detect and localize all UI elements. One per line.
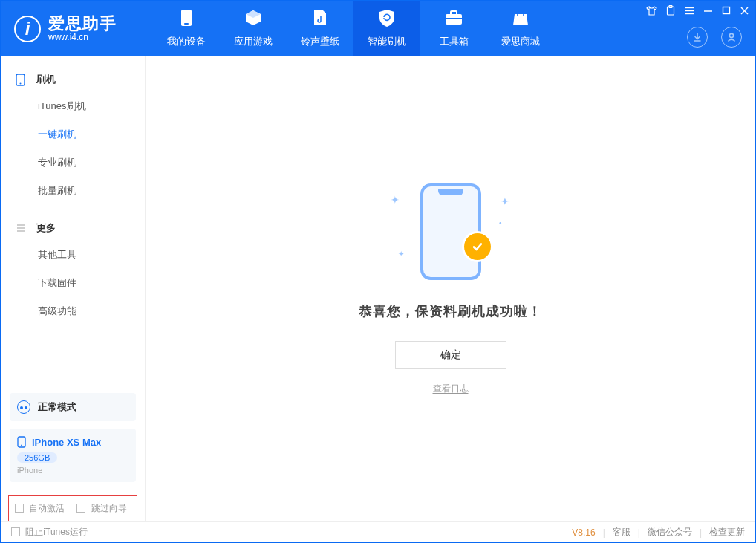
tab-label: 应用游戏 xyxy=(234,35,273,48)
tab-toolbox[interactable]: 工具箱 xyxy=(420,1,487,56)
maximize-icon[interactable] xyxy=(722,6,731,15)
bag-icon xyxy=(512,10,529,30)
tab-label: 爱思商城 xyxy=(501,35,540,48)
sidebar-group-flash: 刷机 iTunes刷机 一键刷机 专业刷机 批量刷机 xyxy=(1,56,145,205)
main-tabs: 我的设备 应用游戏 铃声壁纸 智能刷机 xyxy=(153,1,554,56)
checkbox-icon xyxy=(76,504,85,513)
sidebar-group-flash-title: 刷机 xyxy=(1,68,145,92)
sparkle-icon: ✦ xyxy=(501,195,509,207)
app-url: www.i4.cn xyxy=(48,33,117,42)
check-update-link[interactable]: 检查更新 xyxy=(709,526,745,539)
shield-refresh-icon xyxy=(378,10,396,30)
sidebar-group-more-title: 更多 xyxy=(1,217,145,241)
menu-icon[interactable] xyxy=(684,7,694,15)
sidebar-item-batch-flash[interactable]: 批量刷机 xyxy=(1,177,145,205)
tab-ringtones-wallpapers[interactable]: 铃声壁纸 xyxy=(287,1,353,56)
footer: 阻止iTunes运行 V8.16 | 客服 | 微信公众号 | 检查更新 xyxy=(1,521,755,542)
tab-apps-games[interactable]: 应用游戏 xyxy=(220,1,287,56)
device-storage-badge: 256GB xyxy=(17,452,57,463)
svg-point-16 xyxy=(20,82,22,84)
checkbox-icon xyxy=(11,527,20,536)
sidebar-group-more: 更多 其他工具 下载固件 高级功能 xyxy=(1,205,145,325)
support-link[interactable]: 客服 xyxy=(613,526,630,539)
logo-icon: i xyxy=(14,16,41,42)
header-right-icons xyxy=(687,27,742,48)
sparkle-icon: ✦ xyxy=(398,250,404,258)
sidebar-item-itunes-flash[interactable]: iTunes刷机 xyxy=(1,92,145,120)
tab-my-device[interactable]: 我的设备 xyxy=(153,1,220,56)
tshirt-icon[interactable] xyxy=(646,6,657,16)
svg-rect-11 xyxy=(723,7,730,14)
phone-icon xyxy=(180,10,192,30)
version-label: V8.16 xyxy=(572,527,595,538)
list-icon xyxy=(16,224,29,233)
wechat-link[interactable]: 微信公众号 xyxy=(648,526,692,539)
success-message: 恭喜您，保资料刷机成功啦！ xyxy=(359,302,542,320)
app-name: 爱思助手 xyxy=(48,15,117,33)
checkbox-skip-guide[interactable]: 跳过向导 xyxy=(76,502,126,515)
app-window: i 爱思助手 www.i4.cn 我的设备 应用游戏 xyxy=(0,0,756,543)
device-cards: 正常模式 iPhone XS Max 256GB iPhone xyxy=(1,386,145,490)
device-mode-label: 正常模式 xyxy=(38,400,76,414)
minimize-icon[interactable] xyxy=(703,6,713,16)
checkbox-block-itunes[interactable]: 阻止iTunes运行 xyxy=(11,526,88,539)
success-illustration: ✦ ✦ ✦ • xyxy=(380,183,521,280)
tab-label: 铃声壁纸 xyxy=(301,35,339,48)
window-controls xyxy=(646,5,749,16)
sidebar-item-oneclick-flash[interactable]: 一键刷机 xyxy=(1,120,145,149)
toolbox-icon xyxy=(444,10,463,30)
download-icon[interactable] xyxy=(687,27,708,48)
sidebar-item-other-tools[interactable]: 其他工具 xyxy=(1,241,145,269)
svg-rect-3 xyxy=(451,11,457,15)
phone-outline-icon xyxy=(16,74,29,86)
close-icon[interactable] xyxy=(740,6,749,16)
user-icon[interactable] xyxy=(721,27,742,48)
device-name-label: iPhone XS Max xyxy=(32,437,101,448)
checkbox-icon xyxy=(15,504,24,513)
device-mode-card[interactable]: 正常模式 xyxy=(10,393,136,421)
mode-icon xyxy=(17,400,30,414)
tab-label: 我的设备 xyxy=(167,35,206,48)
sparkle-icon: • xyxy=(499,219,502,227)
phone-small-icon xyxy=(17,436,26,448)
cube-icon xyxy=(244,10,262,30)
music-file-icon xyxy=(313,10,328,30)
ok-button[interactable]: 确定 xyxy=(395,341,506,369)
sparkle-icon: ✦ xyxy=(391,194,400,206)
tab-label: 工具箱 xyxy=(440,35,469,48)
view-log-link[interactable]: 查看日志 xyxy=(433,383,469,395)
flash-options-highlight: 自动激活 跳过向导 xyxy=(8,495,137,521)
svg-rect-1 xyxy=(184,23,189,25)
body: 刷机 iTunes刷机 一键刷机 专业刷机 批量刷机 更多 其他工具 下载固件 … xyxy=(1,56,755,521)
check-badge-icon xyxy=(462,231,493,262)
checkbox-auto-activate[interactable]: 自动激活 xyxy=(15,502,65,515)
sidebar-item-pro-flash[interactable]: 专业刷机 xyxy=(1,149,145,177)
device-type-label: iPhone xyxy=(17,466,128,475)
sidebar-item-advanced[interactable]: 高级功能 xyxy=(1,297,145,325)
clipboard-icon[interactable] xyxy=(666,5,675,16)
logo[interactable]: i 爱思助手 www.i4.cn xyxy=(1,15,153,42)
svg-point-14 xyxy=(729,33,733,37)
svg-point-21 xyxy=(21,445,22,446)
content-area: ✦ ✦ ✦ • 恭喜您，保资料刷机成功啦！ 确定 查看日志 xyxy=(146,56,755,521)
sidebar: 刷机 iTunes刷机 一键刷机 专业刷机 批量刷机 更多 其他工具 下载固件 … xyxy=(1,56,146,521)
device-info-card[interactable]: iPhone XS Max 256GB iPhone xyxy=(10,429,136,482)
svg-rect-4 xyxy=(446,18,462,19)
tab-smart-flash[interactable]: 智能刷机 xyxy=(353,1,420,56)
tab-label: 智能刷机 xyxy=(368,35,406,48)
tab-store[interactable]: 爱思商城 xyxy=(487,1,554,56)
sidebar-item-firmware[interactable]: 下载固件 xyxy=(1,269,145,297)
header: i 爱思助手 www.i4.cn 我的设备 应用游戏 xyxy=(1,1,755,56)
